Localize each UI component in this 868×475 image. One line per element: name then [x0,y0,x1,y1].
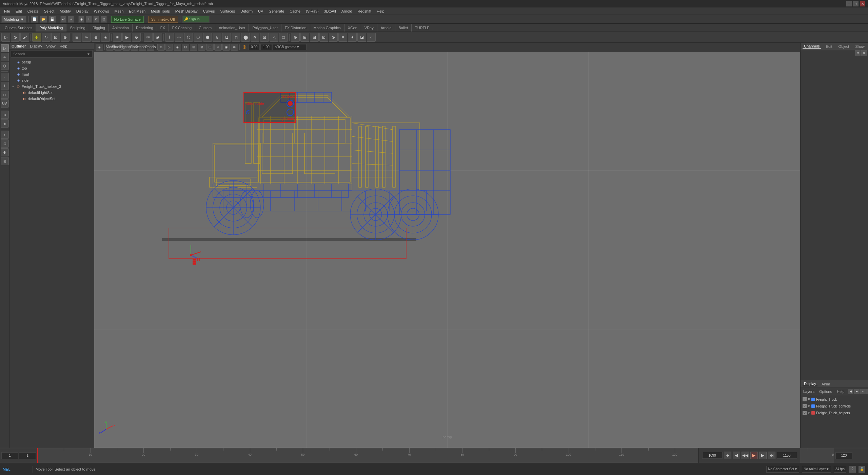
scale-tool[interactable]: ⊡ [101,16,107,23]
redo-button[interactable]: ↪ [68,16,74,23]
tab-motion-graphics[interactable]: Motion Graphics [310,24,344,32]
render-btn[interactable]: ■ [113,33,122,42]
symmetry-button[interactable]: Symmetry: Off [148,16,178,23]
menu-create[interactable]: Create [25,7,41,15]
object-tab[interactable]: Object [837,44,851,49]
vertex-component[interactable]: · [1,73,9,81]
snap-view-btn[interactable]: ◈ [101,33,110,42]
isolate-btn[interactable]: ◉ [153,33,162,42]
sign-in-button[interactable]: 🔑 Sign In [182,16,210,23]
outliner-menu-help[interactable]: Help [60,44,67,48]
quick-layout[interactable]: ⊞ [1,157,9,165]
show-hide-btn[interactable]: 👁 [144,33,153,42]
snap-curve-btn[interactable]: ∿ [82,33,91,42]
vp-icon5[interactable]: ⊞ [190,44,197,51]
universal-btn[interactable]: ⊕ [61,33,70,42]
script-mode-indicator[interactable]: MEL [3,467,30,471]
layer-vis-3[interactable]: V [803,411,807,415]
tab-poly-modeling[interactable]: Poly Modeling [36,24,66,32]
menu-windows[interactable]: Windows [91,7,112,15]
layer-freight-truck-helpers[interactable]: V P Freight_Truck_helpers [801,410,867,416]
vp-renderer-btn[interactable]: Renderer [139,44,146,51]
move-btn[interactable]: ✛ [32,33,41,42]
circularize-btn[interactable]: ○ [367,33,376,42]
maximize-button[interactable]: □ [853,1,859,6]
separate-btn[interactable]: ⊓ [232,33,240,42]
snap-point-btn[interactable]: ⊕ [92,33,100,42]
snap-icon[interactable]: ⊕ [1,111,9,119]
menu-mesh[interactable]: Mesh [112,7,126,15]
tab-animation[interactable]: Animation [109,24,133,32]
tab-xgen[interactable]: XGen [344,24,361,32]
channels-tab[interactable]: Channels [803,44,821,49]
panel-float-btn[interactable]: ⊡ [855,50,861,56]
outliner-item-default-object-set[interactable]: ◐ defaultObjectSet [9,96,94,102]
layer-vis-2[interactable]: V [803,404,807,408]
tab-arnold[interactable]: Arnold [377,24,395,32]
tab-rigging[interactable]: Rigging [89,24,109,32]
outliner-item-top[interactable]: ◈ top [9,65,94,71]
playback-start[interactable]: 1090 [702,452,723,459]
layer-options[interactable]: ⚙ [866,389,868,394]
delete-edge-btn[interactable]: ⊠ [319,33,328,42]
extrude-btn[interactable]: ⬡ [184,33,193,42]
step-back-btn[interactable]: ◀ [733,452,740,459]
vp-icon2[interactable]: ▷ [165,44,173,51]
outliner-item-freight-truck-helper[interactable]: ▼ ⬡ Freight_Truck_helper_3 [9,83,94,90]
layer-help-tab[interactable]: Help [835,390,846,394]
menu-display[interactable]: Display [74,7,91,15]
status-help-btn[interactable]: ? [849,466,856,473]
no-character-set[interactable]: No Character Set ▼ [766,466,799,473]
mirror-btn[interactable]: ⇔ [175,33,183,42]
save-scene-button[interactable]: 💾 [48,16,56,23]
vp-lighting-btn[interactable]: Lighting [122,44,130,51]
select-tool[interactable]: ◈ [78,16,84,23]
bevel-btn[interactable]: ⬠ [194,33,202,42]
artisan-tool-sidebar[interactable]: ⬡ [1,62,9,70]
connections[interactable]: ⊡ [1,139,9,148]
timeline-current-frame[interactable]: 1 [19,452,36,459]
tab-polygons-user[interactable]: Polygons_User [249,24,281,32]
bridge-btn[interactable]: ⬟ [203,33,212,42]
combine-btn[interactable]: ⊔ [222,33,231,42]
render-settings-btn[interactable]: ⚙ [132,33,141,42]
ipr-btn[interactable]: ▶ [122,33,131,42]
triangulate-btn[interactable]: △ [270,33,278,42]
new-scene-button[interactable]: 📄 [31,16,38,23]
subdiv-btn[interactable]: ⊡ [260,33,269,42]
open-scene-button[interactable]: 📂 [40,16,47,23]
layer-vis-1[interactable]: V [803,397,807,401]
goto-start-btn[interactable]: ⏮ [724,452,731,459]
outliner-item-default-light-set[interactable]: ◐ defaultLightSet [9,90,94,96]
quad-btn[interactable]: □ [279,33,288,42]
vp-icon1[interactable]: ⊕ [157,44,165,51]
layer-nav-prev[interactable]: ◀ [848,389,853,394]
snap-grid-btn[interactable]: ⊞ [73,33,81,42]
menu-cache[interactable]: Cache [287,7,303,15]
timeline-start-frame[interactable]: 1 [1,452,18,459]
undo-button[interactable]: ↩ [60,16,66,23]
menu-generate[interactable]: Generate [266,7,287,15]
display-tab[interactable]: Display [803,382,817,386]
show-tab[interactable]: Show [854,44,866,49]
options-tab[interactable]: Options [818,390,833,394]
rotate-tool[interactable]: ↺ [93,16,99,23]
tab-bullet[interactable]: Bullet [395,24,412,32]
panel-close-btn[interactable]: ✕ [861,50,867,56]
tab-fx-caching[interactable]: FX Caching [169,24,195,32]
loop-tool-btn[interactable]: ⊕ [291,33,300,42]
play-back-btn[interactable]: ◀◀ [742,452,749,459]
tab-curves-surfaces[interactable]: Curves Surfaces [1,24,36,32]
vp-camera-btn[interactable]: ◈ [96,44,103,51]
vp-icon6[interactable]: ⊠ [198,44,205,51]
offset-edge-btn[interactable]: ⊟ [310,33,319,42]
anim-tab[interactable]: Anim [820,382,831,386]
menu-edit[interactable]: Edit [13,7,25,15]
outliner-search-input[interactable] [13,52,87,56]
edge-component[interactable]: ⌇ [1,82,9,90]
menu-help[interactable]: Help [374,7,387,15]
rotate-btn[interactable]: ↻ [42,33,51,42]
goto-end-btn[interactable]: ⏭ [768,452,775,459]
minimize-button[interactable]: ─ [846,1,852,6]
outliner-item-side[interactable]: ◈ side [9,77,94,83]
